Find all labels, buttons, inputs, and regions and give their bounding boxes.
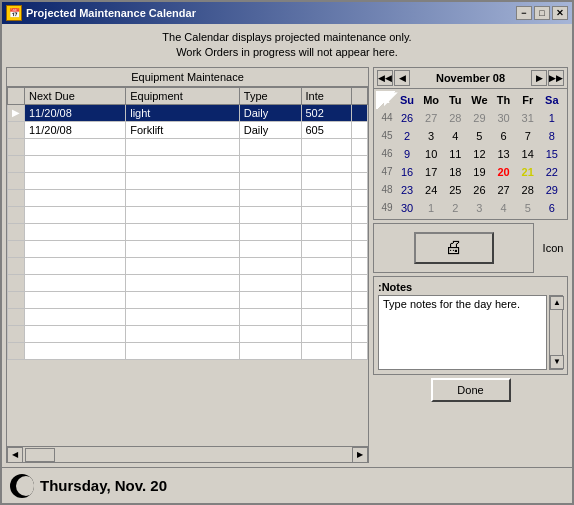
- table-row-empty: [8, 172, 368, 189]
- cal-day[interactable]: 29: [468, 109, 490, 127]
- cal-day[interactable]: 10: [420, 145, 442, 163]
- cal-day[interactable]: 15: [541, 145, 563, 163]
- table-row-empty: [8, 155, 368, 172]
- scroll-thumb[interactable]: [25, 448, 55, 462]
- close-button[interactable]: ✕: [552, 6, 568, 20]
- done-button[interactable]: Done: [431, 378, 511, 402]
- cal-day[interactable]: 23: [396, 181, 418, 199]
- cal-day[interactable]: 28: [444, 109, 466, 127]
- cal-header-mo: Mo: [420, 91, 442, 109]
- cal-next-year-button[interactable]: ▶▶: [548, 70, 564, 86]
- cal-day[interactable]: 26: [396, 109, 418, 127]
- row-indicator: ▶: [8, 104, 25, 121]
- cal-day[interactable]: 19: [468, 163, 490, 181]
- cal-day[interactable]: 13: [493, 145, 515, 163]
- cal-day[interactable]: 26: [468, 181, 490, 199]
- cell-scroll-spacer: [352, 121, 368, 138]
- minimize-button[interactable]: −: [516, 6, 532, 20]
- cal-day[interactable]: 30: [396, 199, 418, 217]
- cal-header-sa: Sa: [541, 91, 563, 109]
- col-indicator: [8, 87, 25, 104]
- calendar-week-47: 47 16 17 18 19 20 21 22: [376, 163, 565, 181]
- cell-inte: 605: [301, 121, 352, 138]
- cal-day[interactable]: 11: [444, 145, 466, 163]
- right-inner: ◀◀ ◀ November 08 ▶ ▶▶: [373, 67, 568, 402]
- cell-inte: 502: [301, 104, 352, 121]
- cell-type: Daily: [239, 121, 301, 138]
- cal-day[interactable]: 8: [541, 127, 563, 145]
- scroll-track[interactable]: [23, 447, 352, 462]
- cal-header-su: Su: [396, 91, 418, 109]
- bottom-left: Thursday, Nov. 20: [10, 474, 167, 498]
- main-area: Equipment Maintenace Next Due Equipment …: [6, 67, 568, 463]
- table-row-empty: [8, 274, 368, 291]
- notes-section: :Notes Type notes for the day here. ▲ ▼: [373, 276, 568, 375]
- cal-day[interactable]: 31: [517, 109, 539, 127]
- week-num-49: 49: [376, 199, 398, 217]
- scroll-right-button[interactable]: ▶: [352, 447, 368, 463]
- scroll-down-button[interactable]: ▼: [550, 355, 564, 369]
- calendar: ◀◀ ◀ November 08 ▶ ▶▶: [373, 67, 568, 220]
- cal-day[interactable]: 1: [541, 109, 563, 127]
- cal-day[interactable]: 2: [444, 199, 466, 217]
- cal-day[interactable]: 30: [493, 109, 515, 127]
- calendar-week-45: 45 2 3 4 5 6 7 8: [376, 127, 565, 145]
- cal-day[interactable]: 28: [517, 181, 539, 199]
- cal-day[interactable]: 2: [396, 127, 418, 145]
- col-scroll: [352, 87, 368, 104]
- cal-day[interactable]: 27: [420, 109, 442, 127]
- cell-next-due: 11/20/08: [25, 104, 126, 121]
- week-num-48: 48: [376, 181, 398, 199]
- cal-day[interactable]: 29: [541, 181, 563, 199]
- cal-day[interactable]: 7: [517, 127, 539, 145]
- cal-day[interactable]: 18: [444, 163, 466, 181]
- cal-day[interactable]: 27: [493, 181, 515, 199]
- table-row[interactable]: 11/20/08 Forklift Daily 605: [8, 121, 368, 138]
- cal-day-today[interactable]: 20: [493, 163, 515, 181]
- table-row-empty: [8, 291, 368, 308]
- cal-day[interactable]: 17: [420, 163, 442, 181]
- cal-prev-month-button[interactable]: ◀: [394, 70, 410, 86]
- maximize-button[interactable]: □: [534, 6, 550, 20]
- col-next-due: Next Due: [25, 87, 126, 104]
- scroll-up-button[interactable]: ▲: [550, 296, 564, 310]
- cal-day[interactable]: 6: [541, 199, 563, 217]
- row-indicator: [8, 121, 25, 138]
- table-row[interactable]: ▶ 11/20/08 light Daily 502: [8, 104, 368, 121]
- cal-day[interactable]: 22: [541, 163, 563, 181]
- table-row-empty: [8, 223, 368, 240]
- scroll-left-button[interactable]: ◀: [7, 447, 23, 463]
- cal-day[interactable]: 14: [517, 145, 539, 163]
- cal-day[interactable]: 16: [396, 163, 418, 181]
- cal-day-selected[interactable]: 21: [517, 163, 539, 181]
- cal-day[interactable]: 6: [493, 127, 515, 145]
- cal-day[interactable]: 1: [420, 199, 442, 217]
- cal-day[interactable]: 4: [444, 127, 466, 145]
- horizontal-scrollbar[interactable]: ◀ ▶: [7, 446, 368, 462]
- cal-day[interactable]: 5: [517, 199, 539, 217]
- table-row-empty: [8, 189, 368, 206]
- message-line1: The Calendar displays projected maintena…: [162, 31, 411, 43]
- cal-day[interactable]: 24: [420, 181, 442, 199]
- cal-day[interactable]: 3: [420, 127, 442, 145]
- notes-textarea[interactable]: Type notes for the day here.: [378, 295, 547, 370]
- cal-nav-next-btns: ▶ ▶▶: [531, 70, 564, 86]
- cal-day[interactable]: 5: [468, 127, 490, 145]
- cal-day[interactable]: 9: [396, 145, 418, 163]
- print-area: 🖨: [373, 223, 534, 273]
- bottom-bar: Thursday, Nov. 20: [2, 467, 572, 503]
- cal-day[interactable]: 3: [468, 199, 490, 217]
- cal-day[interactable]: 25: [444, 181, 466, 199]
- week-num-44: 44: [376, 109, 398, 127]
- week-num-46: 46: [376, 145, 398, 163]
- print-button[interactable]: 🖨: [414, 232, 494, 264]
- table-row-empty: [8, 206, 368, 223]
- cal-prev-year-button[interactable]: ◀◀: [377, 70, 393, 86]
- cal-next-month-button[interactable]: ▶: [531, 70, 547, 86]
- cal-header-th: Th: [493, 91, 515, 109]
- notes-scrollbar[interactable]: ▲ ▼: [549, 295, 563, 370]
- cal-day[interactable]: 4: [493, 199, 515, 217]
- cell-scroll-spacer: [352, 104, 368, 121]
- cell-next-due: 11/20/08: [25, 121, 126, 138]
- cal-day[interactable]: 12: [468, 145, 490, 163]
